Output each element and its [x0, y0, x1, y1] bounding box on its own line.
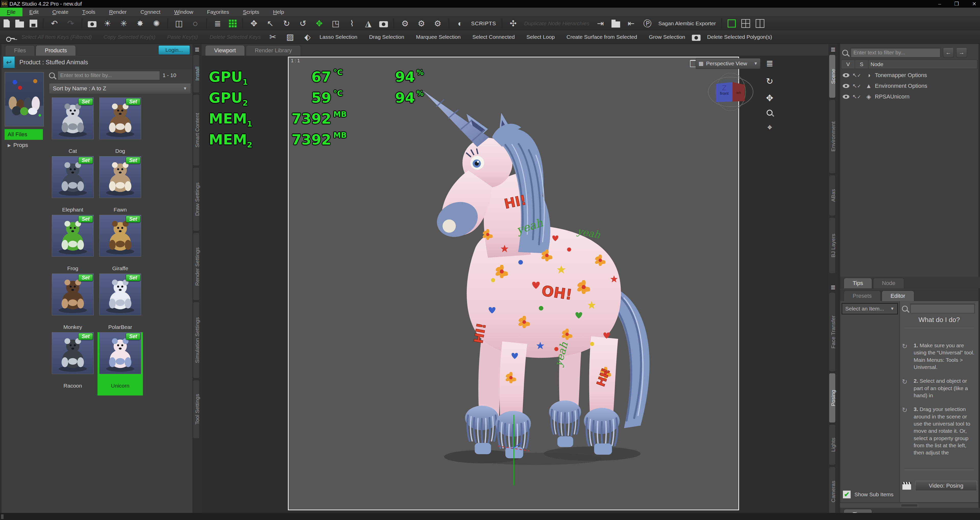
menu-scripts[interactable]: Scripts: [236, 8, 266, 16]
tab-files[interactable]: Files: [5, 45, 35, 56]
shader-icon[interactable]: ◐: [455, 18, 466, 29]
zoom-view-icon[interactable]: [767, 110, 773, 116]
menu-create[interactable]: Create: [45, 8, 75, 16]
side-tab-lights[interactable]: Lights: [829, 424, 835, 465]
product-thumbnail[interactable]: Set: [99, 156, 141, 198]
show-sub-items-row[interactable]: ✔ Show Sub Items: [843, 490, 894, 499]
product-tile-elephant[interactable]: SetElephant: [50, 156, 95, 213]
side-tab-tool-settings[interactable]: Tool Settings: [193, 380, 200, 439]
menu-window[interactable]: Window: [167, 8, 200, 16]
search-icon[interactable]: [842, 50, 848, 56]
create-surface-from-selected-button[interactable]: Create Surface from Selected: [566, 34, 637, 40]
select-item-dropdown[interactable]: Select an Item... ▼: [842, 303, 898, 314]
new-spotlight-icon[interactable]: ✺: [151, 18, 162, 29]
tab-tips[interactable]: Tips: [844, 278, 872, 288]
product-thumbnail[interactable]: Set: [52, 274, 94, 315]
universal-tool-icon[interactable]: ✥: [314, 18, 325, 29]
node-list-icon[interactable]: ≣: [212, 18, 223, 29]
tree-item-props[interactable]: ▶ Props: [5, 140, 48, 151]
side-tab-render-settings[interactable]: Render Settings: [193, 233, 200, 300]
product-tile-frog[interactable]: SetFrog: [50, 215, 95, 272]
menu-favorites[interactable]: Favorites: [200, 8, 236, 16]
poser-export-icon[interactable]: Ⓟ: [642, 18, 653, 29]
selectable-cursor-icon[interactable]: ↖✓: [853, 93, 862, 100]
surface-gear-icon[interactable]: ⚙: [416, 18, 427, 29]
tab-node[interactable]: Node: [873, 278, 904, 288]
surface-selection-tool-icon[interactable]: ◮: [363, 18, 374, 29]
collection-thumbnail[interactable]: [5, 72, 44, 127]
visibility-eye-icon[interactable]: [843, 84, 850, 88]
side-tab-simulation-settings[interactable]: Simulation Settings: [193, 302, 200, 378]
new-primitive-icon[interactable]: ◫: [173, 18, 184, 29]
node-selection-icon[interactable]: ↖: [265, 18, 275, 29]
new-point-light-icon[interactable]: ✳: [118, 18, 129, 29]
side-tab-smart-content[interactable]: Smart Content: [193, 94, 200, 166]
pan-dome-icon[interactable]: ✥: [248, 18, 259, 29]
two-pane-layout-icon[interactable]: [756, 19, 764, 28]
node-gear-icon[interactable]: ⚙: [400, 18, 410, 29]
product-thumbnail[interactable]: Set: [99, 97, 141, 139]
side-tab-environment[interactable]: Environment: [829, 100, 835, 173]
product-tile-polarbear[interactable]: SetPolarBear: [97, 274, 143, 330]
selectable-cursor-icon[interactable]: ↖✓: [853, 72, 862, 79]
viewport-options-icon[interactable]: ≣: [766, 58, 773, 68]
video-posing-button[interactable]: Video: Posing: [915, 481, 977, 491]
delete-selected-polygons-button[interactable]: Delete Selected Polygon(s): [707, 34, 772, 40]
login-button[interactable]: Login...: [159, 45, 190, 55]
checkbox-checked-icon[interactable]: ✔: [843, 490, 851, 499]
side-tab-bj-layers[interactable]: BJ Layers: [829, 217, 835, 274]
camera-view-dropdown[interactable]: ▦ Perspective View ▼: [696, 58, 760, 69]
pane-options-burger-icon[interactable]: ≣: [829, 284, 838, 291]
export-icon[interactable]: ⇤: [626, 18, 636, 29]
geometry-cut-icon[interactable]: ✂: [267, 32, 278, 43]
rotate-ccw-tool-icon[interactable]: ↺: [298, 18, 308, 29]
side-tab-scene[interactable]: Scene: [829, 55, 835, 98]
side-tab-posing[interactable]: Posing: [829, 373, 835, 423]
new-linear-point-light-icon[interactable]: ✸: [135, 18, 145, 29]
product-tile-fawn[interactable]: SetFawn: [97, 156, 143, 213]
selectable-cursor-icon[interactable]: ↖✓: [853, 83, 862, 89]
side-tab-cameras[interactable]: Cameras: [829, 467, 835, 517]
minimize-button[interactable]: –: [938, 1, 941, 7]
product-thumbnail[interactable]: Set: [99, 215, 141, 257]
geometry-fill-icon[interactable]: ⬖: [302, 32, 313, 43]
side-tab-install[interactable]: Install: [193, 55, 200, 93]
new-null-icon[interactable]: ◌: [190, 18, 200, 29]
import-icon[interactable]: ⇥: [595, 18, 606, 29]
viewport-canvas[interactable]: 1 : 1 ⧉ GPU167°C94%GPU259°C94%MEM17392MB…: [202, 56, 829, 513]
geometry-region-icon[interactable]: ▨: [285, 32, 296, 43]
product-thumbnail[interactable]: Set: [52, 332, 94, 374]
visibility-eye-icon[interactable]: [843, 73, 850, 77]
pane-options-burger-icon[interactable]: ≣: [192, 46, 202, 53]
menu-tools[interactable]: Tools: [75, 8, 102, 16]
back-arrow-button[interactable]: ←: [943, 48, 954, 58]
expand-arrow-icon[interactable]: ▶: [8, 143, 11, 148]
menu-connect[interactable]: Connect: [134, 8, 167, 16]
camera-gear-icon[interactable]: ⚙: [432, 18, 443, 29]
product-thumbnail[interactable]: Set: [52, 215, 94, 257]
select-loop-button[interactable]: Select Loop: [527, 34, 555, 40]
product-thumbnail[interactable]: Set: [52, 156, 94, 198]
scene-node-name[interactable]: Tonemapper Options: [875, 72, 927, 79]
tab-editor[interactable]: Editor: [882, 291, 914, 301]
scene-node-row[interactable]: ↖✓◈RPSAUnicorn: [841, 91, 977, 102]
bone-tool-icon[interactable]: ⌇: [347, 18, 357, 29]
single-pane-layout-icon[interactable]: [728, 19, 736, 27]
tab-presets[interactable]: Presets: [844, 291, 881, 301]
grow-selection-button[interactable]: Grow Selection: [649, 34, 685, 40]
sagan-alembic-exporter-label[interactable]: Sagan Alembic Exporter: [659, 21, 716, 27]
help-search-input[interactable]: [910, 304, 975, 313]
side-tab-face-transfer[interactable]: Face Transfer: [829, 293, 835, 372]
drag-selection-button[interactable]: Drag Selection: [369, 34, 404, 40]
product-thumbnail[interactable]: Set: [99, 274, 141, 315]
duplicate-fan-icon[interactable]: ✣: [508, 18, 519, 29]
product-thumbnail[interactable]: Set: [52, 97, 94, 139]
product-tile-racoon[interactable]: SetRacoon: [50, 332, 95, 396]
product-tile-giraffe[interactable]: SetGiraffe: [97, 215, 143, 272]
select-connected-button[interactable]: Select Connected: [473, 34, 515, 40]
add-key-icon[interactable]: [6, 37, 15, 40]
sort-dropdown[interactable]: Sort by Name : A to Z ▼: [49, 83, 191, 94]
search-icon[interactable]: [49, 72, 55, 78]
open-file-icon[interactable]: [15, 21, 24, 27]
new-camera-icon[interactable]: [88, 21, 97, 27]
